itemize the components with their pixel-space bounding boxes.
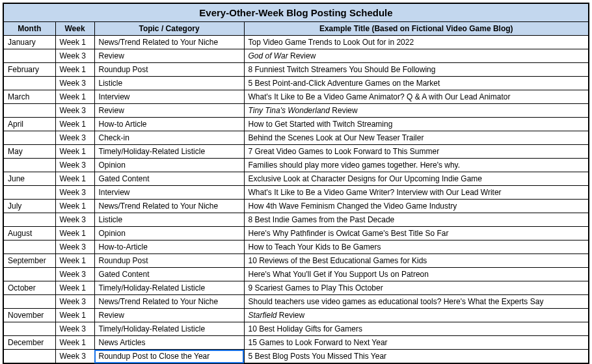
cell-example-title[interactable]: Tiny Tina's Wonderland Review — [244, 104, 589, 118]
table-row: JulyWeek 1News/Trend Related to Your Nic… — [3, 200, 589, 213]
cell-month[interactable] — [3, 268, 55, 281]
cell-example-title[interactable]: Starfield Review — [244, 309, 589, 322]
cell-week[interactable]: Week 1 — [55, 309, 94, 322]
table-row: Week 3How-to-ArticleHow to Teach Your Ki… — [3, 240, 589, 254]
cell-month[interactable]: June — [3, 172, 55, 186]
cell-week[interactable]: Week 1 — [55, 227, 94, 240]
cell-month[interactable] — [3, 213, 55, 227]
cell-topic[interactable]: Review — [94, 309, 244, 322]
cell-month[interactable] — [3, 240, 55, 254]
cell-topic[interactable]: Timely/Holiday-Related Listicle — [94, 322, 244, 336]
cell-week[interactable]: Week 3 — [55, 104, 94, 118]
cell-week[interactable]: Week 1 — [55, 118, 94, 131]
cell-month[interactable] — [3, 131, 55, 145]
cell-topic[interactable]: Timely/Holiday-Related Listicle — [94, 281, 244, 295]
cell-topic[interactable]: News Articles — [94, 336, 244, 350]
cell-week[interactable]: Week 1 — [55, 36, 94, 49]
cell-topic[interactable]: Interview — [94, 186, 244, 200]
cell-month[interactable] — [3, 104, 55, 118]
cell-week[interactable]: Week 1 — [55, 172, 94, 186]
cell-week[interactable]: Week 1 — [55, 63, 94, 77]
cell-example-title[interactable]: Here's What You'll Get if You Support Us… — [244, 268, 589, 281]
cell-month[interactable] — [3, 49, 55, 63]
cell-topic[interactable]: Listicle — [94, 77, 244, 90]
cell-example-title[interactable]: Families should play more video games to… — [244, 159, 589, 172]
cell-week[interactable]: Week 3 — [55, 295, 94, 309]
cell-topic[interactable]: Timely/Holiday-Related Listicle — [94, 145, 244, 159]
cell-topic[interactable]: Review — [94, 104, 244, 118]
table-row: AugustWeek 1OpinionHere's Why Pathfinder… — [3, 227, 589, 240]
cell-month[interactable]: November — [3, 309, 55, 322]
cell-topic[interactable]: Interview — [94, 90, 244, 104]
cell-topic[interactable]: Review — [94, 49, 244, 63]
cell-example-title[interactable]: 15 Games to Look Forward to Next Year — [244, 336, 589, 350]
cell-month[interactable] — [3, 77, 55, 90]
cell-month[interactable] — [3, 295, 55, 309]
cell-month[interactable] — [3, 322, 55, 336]
cell-topic[interactable]: Roundup Post to Close the Year — [94, 350, 244, 364]
cell-week[interactable]: Week 1 — [55, 200, 94, 213]
cell-month[interactable] — [3, 186, 55, 200]
cell-month[interactable]: January — [3, 36, 55, 49]
cell-example-title[interactable]: What's It Like to Be a Video Game Writer… — [244, 186, 589, 200]
cell-topic[interactable]: Listicle — [94, 213, 244, 227]
cell-topic[interactable]: How-to-Article — [94, 240, 244, 254]
cell-example-title[interactable]: 9 Scariest Games to Play This October — [244, 281, 589, 295]
cell-month[interactable] — [3, 350, 55, 364]
cell-example-title[interactable]: Exclusive Look at Character Designs for … — [244, 172, 589, 186]
cell-topic[interactable]: How-to Article — [94, 118, 244, 131]
cell-week[interactable]: Week 1 — [55, 145, 94, 159]
cell-topic[interactable]: News/Trend Related to Your Niche — [94, 36, 244, 49]
cell-example-title[interactable]: How 4th Wave Feminism Changed the Video … — [244, 200, 589, 213]
table-row: Week 3News/Trend Related to Your NicheSh… — [3, 295, 589, 309]
cell-topic[interactable]: Roundup Post — [94, 63, 244, 77]
cell-topic[interactable]: Gated Content — [94, 268, 244, 281]
cell-month[interactable]: August — [3, 227, 55, 240]
cell-month[interactable]: February — [3, 63, 55, 77]
cell-month[interactable]: March — [3, 90, 55, 104]
cell-topic[interactable]: Check-in — [94, 131, 244, 145]
cell-week[interactable]: Week 3 — [55, 186, 94, 200]
cell-example-title[interactable]: How to Get Started with Twitch Streaming — [244, 118, 589, 131]
cell-month[interactable] — [3, 159, 55, 172]
cell-example-title[interactable]: Should teachers use video games as educa… — [244, 295, 589, 309]
cell-example-title[interactable]: 10 Reviews of the Best Educational Games… — [244, 254, 589, 268]
cell-example-title[interactable]: How to Teach Your Kids to Be Gamers — [244, 240, 589, 254]
cell-month[interactable]: September — [3, 254, 55, 268]
cell-example-title[interactable]: God of War Review — [244, 49, 589, 63]
cell-example-title[interactable]: What's It Like to Be a Video Game Animat… — [244, 90, 589, 104]
cell-example-title[interactable]: Behind the Scenes Look at Our New Teaser… — [244, 131, 589, 145]
cell-example-title[interactable]: Here's Why Pathfinder is Owlcat Game's B… — [244, 227, 589, 240]
cell-month[interactable]: October — [3, 281, 55, 295]
cell-month[interactable]: April — [3, 118, 55, 131]
cell-month[interactable]: December — [3, 336, 55, 350]
cell-topic[interactable]: Opinion — [94, 227, 244, 240]
cell-example-title[interactable]: 10 Best Holiday Gifts for Gamers — [244, 322, 589, 336]
cell-week[interactable]: Week 3 — [55, 350, 94, 364]
cell-month[interactable]: May — [3, 145, 55, 159]
cell-topic[interactable]: Roundup Post — [94, 254, 244, 268]
cell-week[interactable]: Week 3 — [55, 213, 94, 227]
cell-week[interactable]: Week 3 — [55, 268, 94, 281]
cell-example-title[interactable]: 7 Great Video Games to Look Forward to T… — [244, 145, 589, 159]
cell-example-title[interactable]: Top Video Game Trends to Look Out for in… — [244, 36, 589, 49]
cell-topic[interactable]: News/Trend Related to Your Niche — [94, 200, 244, 213]
cell-week[interactable]: Week 3 — [55, 240, 94, 254]
cell-week[interactable]: Week 3 — [55, 159, 94, 172]
cell-month[interactable]: July — [3, 200, 55, 213]
cell-topic[interactable]: Opinion — [94, 159, 244, 172]
cell-week[interactable]: Week 1 — [55, 281, 94, 295]
cell-week[interactable]: Week 3 — [55, 322, 94, 336]
cell-example-title[interactable]: 8 Best Indie Games from the Past Decade — [244, 213, 589, 227]
cell-week[interactable]: Week 3 — [55, 49, 94, 63]
cell-example-title[interactable]: 8 Funniest Twitch Streamers You Should B… — [244, 63, 589, 77]
cell-example-title[interactable]: 5 Best Point-and-Click Adventure Games o… — [244, 77, 589, 90]
cell-week[interactable]: Week 3 — [55, 131, 94, 145]
cell-topic[interactable]: News/Trend Related to Your Niche — [94, 295, 244, 309]
cell-topic[interactable]: Gated Content — [94, 172, 244, 186]
cell-week[interactable]: Week 1 — [55, 90, 94, 104]
cell-week[interactable]: Week 1 — [55, 336, 94, 350]
cell-week[interactable]: Week 3 — [55, 77, 94, 90]
cell-week[interactable]: Week 1 — [55, 254, 94, 268]
cell-example-title[interactable]: 5 Best Blog Posts You Missed This Year — [244, 350, 589, 364]
